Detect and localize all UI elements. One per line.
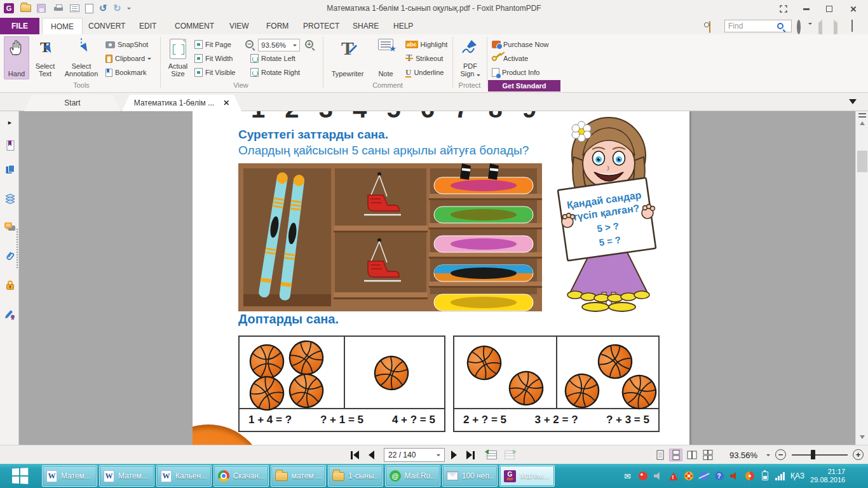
- sidebar-resize-handle[interactable]: [17, 229, 18, 268]
- tab-close-icon[interactable]: ✕: [223, 99, 229, 107]
- tray-flower-icon[interactable]: [684, 471, 693, 481]
- zoom-options-caret[interactable]: [766, 449, 770, 461]
- fit-width-button[interactable]: Fit Width: [194, 52, 233, 65]
- select-annotation-button[interactable]: Select Annotation: [61, 36, 102, 79]
- vertical-scrollbar[interactable]: [855, 111, 868, 445]
- collapse-ribbon-button[interactable]: [851, 21, 853, 32]
- strikeout-button[interactable]: T Strikeout: [405, 52, 443, 65]
- pdf-sign-button[interactable]: PDF Sign: [456, 36, 484, 79]
- find-previous-button[interactable]: [818, 23, 822, 34]
- rotate-right-button[interactable]: Rotate Right: [250, 66, 300, 79]
- tray-mail-icon[interactable]: ✉: [623, 471, 632, 481]
- previous-view-button[interactable]: [487, 449, 497, 461]
- security-panel-button[interactable]: [4, 278, 16, 290]
- single-page-view-button[interactable]: [653, 449, 667, 461]
- tray-speaker-icon[interactable]: [653, 471, 663, 481]
- doc-tab-start[interactable]: Start: [24, 95, 121, 111]
- select-text-button[interactable]: T Select Text: [31, 36, 60, 79]
- actual-size-button[interactable]: Actual Size: [164, 36, 192, 79]
- scroll-up-icon[interactable]: [860, 121, 865, 125]
- hand-tool-button[interactable]: Hand: [4, 36, 29, 79]
- highlight-button[interactable]: abc Highlight: [405, 38, 447, 51]
- language-indicator[interactable]: ҚАЗ: [790, 471, 804, 480]
- tray-power-icon[interactable]: [760, 471, 770, 481]
- bookmark-button[interactable]: Bookmark: [105, 66, 147, 79]
- comments-panel-button[interactable]: [4, 221, 16, 233]
- zoom-slider-thumb[interactable]: [811, 450, 815, 459]
- find-input[interactable]: [725, 22, 777, 30]
- taskbar-button-word-3[interactable]: W Кальен...: [156, 465, 212, 487]
- clipboard-button[interactable]: Clipboard: [105, 52, 151, 65]
- zoom-out-button[interactable]: −: [775, 449, 786, 460]
- find-next-button[interactable]: [834, 23, 837, 34]
- first-page-button[interactable]: [351, 449, 359, 461]
- tab-help[interactable]: HELP: [385, 18, 421, 34]
- tab-list-menu[interactable]: [849, 99, 857, 104]
- signature-panel-button[interactable]: [4, 308, 16, 320]
- taskbar-button-folder-1[interactable]: матем ...: [271, 465, 326, 487]
- document-view[interactable]: 1 2 3 4 5 6 7 8 9 Суреттегі заттарды сан…: [19, 111, 868, 445]
- expand-panel-button[interactable]: ►: [4, 116, 16, 128]
- tray-assistant-icon[interactable]: ?: [714, 471, 724, 481]
- zoom-level-combo[interactable]: 93.56%: [258, 39, 300, 51]
- zoom-in-button[interactable]: +: [305, 40, 313, 48]
- close-button[interactable]: ✕: [845, 3, 862, 15]
- taskbar-button-word-2[interactable]: W Матем...: [99, 465, 154, 487]
- continuous-facing-view-button[interactable]: [701, 449, 714, 461]
- last-page-button[interactable]: [466, 449, 475, 461]
- tab-view[interactable]: VIEW: [221, 18, 257, 34]
- page-number-combo[interactable]: 22 / 140: [384, 448, 445, 462]
- split-view-handle[interactable]: [858, 113, 866, 118]
- search-in-files-button[interactable]: [709, 22, 710, 33]
- fit-page-button[interactable]: Fit Page: [194, 38, 231, 51]
- start-button[interactable]: [0, 464, 39, 488]
- continuous-view-button[interactable]: [669, 449, 682, 461]
- tray-warning-icon[interactable]: !: [668, 471, 678, 481]
- purchase-now-button[interactable]: Purchase Now: [492, 38, 549, 51]
- next-page-button[interactable]: [451, 449, 457, 461]
- minimize-button[interactable]: [798, 3, 815, 15]
- taskbar-button-chrome[interactable]: Скачан...: [214, 465, 269, 487]
- zoom-out-button[interactable]: −: [245, 40, 254, 48]
- taskbar-button-word-1[interactable]: W Матем...: [42, 465, 97, 487]
- snapshot-button[interactable]: SnapShot: [105, 38, 148, 51]
- zoom-in-button[interactable]: +: [853, 449, 864, 460]
- underline-button[interactable]: U Underline: [405, 66, 444, 79]
- find-options-button[interactable]: [797, 22, 801, 33]
- doc-tab-document[interactable]: Математика 1-бөлім ... ✕: [122, 95, 241, 111]
- tab-edit[interactable]: EDIT: [131, 18, 165, 34]
- scrollbar-thumb[interactable]: [857, 151, 867, 172]
- tab-protect[interactable]: PROTECT: [295, 18, 348, 34]
- tab-convert[interactable]: CONVERT: [80, 18, 133, 34]
- pdf-page[interactable]: 1 2 3 4 5 6 7 8 9 Суреттегі заттарды сан…: [193, 111, 689, 445]
- tray-mailru-agent-icon[interactable]: [638, 471, 648, 481]
- taskbar-button-mailru[interactable]: @ Mail.Ru...: [385, 465, 440, 487]
- typewriter-button[interactable]: T Typewriter: [327, 36, 369, 79]
- rotate-left-button[interactable]: Rotate Left: [250, 52, 295, 65]
- restore-layout-button[interactable]: [775, 3, 792, 15]
- restore-button[interactable]: [821, 3, 837, 15]
- tab-share[interactable]: SHARE: [344, 18, 387, 34]
- previous-page-button[interactable]: [369, 449, 374, 461]
- fit-visible-button[interactable]: Fit Visible: [194, 66, 235, 79]
- clock[interactable]: 21:17 29.08.2016: [810, 468, 845, 484]
- activate-button[interactable]: Activate: [492, 52, 528, 65]
- tray-daemon-tools-icon[interactable]: [745, 471, 754, 481]
- note-button[interactable]: ★ Note: [371, 36, 400, 79]
- next-view-button[interactable]: [505, 449, 515, 461]
- layers-panel-button[interactable]: [4, 193, 16, 205]
- zoom-slider-track[interactable]: [792, 454, 848, 456]
- tab-home[interactable]: HOME: [42, 18, 83, 34]
- taskbar-button-mail[interactable]: 100 неп...: [442, 465, 498, 487]
- tray-network-icon[interactable]: [775, 471, 785, 481]
- search-icon[interactable]: [777, 23, 783, 29]
- pages-panel-button[interactable]: [4, 163, 16, 175]
- tab-file[interactable]: FILE: [0, 18, 39, 34]
- facing-view-button[interactable]: [685, 449, 698, 461]
- attachments-panel-button[interactable]: [4, 250, 16, 262]
- tray-planet-icon[interactable]: [699, 471, 709, 481]
- product-info-button[interactable]: Product Info: [492, 66, 539, 79]
- get-standard-banner[interactable]: Get Standard: [488, 80, 560, 92]
- tray-volume-icon[interactable]: [729, 471, 739, 481]
- taskbar-button-folder-2[interactable]: 1-сыны...: [328, 465, 383, 487]
